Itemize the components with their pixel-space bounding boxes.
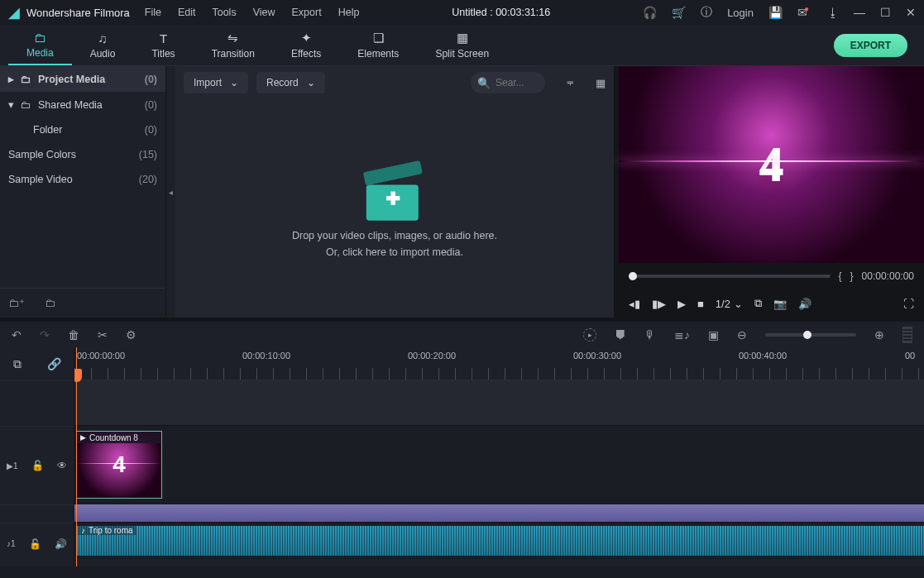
- timeline: ⧉ 🔗 ▶1 🔓 👁 ♪1 🔓 🔊 00:00:00:00 00:00:10:0…: [0, 347, 924, 566]
- window-minimize-icon[interactable]: —: [854, 6, 865, 19]
- info-icon[interactable]: ⓘ: [701, 5, 712, 20]
- new-folder-icon[interactable]: 🗀⁺: [8, 297, 25, 309]
- tab-transition[interactable]: ⇋Transition: [194, 25, 273, 65]
- crop-icon[interactable]: ▣: [708, 328, 719, 342]
- svg-rect-1: [363, 160, 423, 185]
- marker-icon[interactable]: ⛊: [615, 328, 626, 342]
- play-pause-button[interactable]: ▮▶: [652, 298, 666, 310]
- audio-track-header[interactable]: ♪1 🔓 🔊: [0, 523, 74, 564]
- audio-clip[interactable]: ♪Trip to roma: [76, 526, 924, 556]
- ruler-tick: 00:00:30:00: [573, 351, 621, 361]
- filter-icon[interactable]: ⫧: [565, 77, 576, 89]
- tab-audio[interactable]: ♫Audio: [72, 25, 134, 65]
- menu-export[interactable]: Export: [292, 7, 322, 18]
- record-dropdown[interactable]: Record⌄: [256, 72, 325, 93]
- sidebar-shared-media[interactable]: ▾🗀Shared Media (0): [0, 92, 165, 117]
- tab-titles-label: Titles: [151, 48, 175, 60]
- save-icon[interactable]: 💾: [768, 6, 783, 19]
- fullscreen-icon[interactable]: ⛶: [903, 298, 914, 310]
- mute-icon[interactable]: 🔊: [55, 538, 67, 550]
- window-close-icon[interactable]: ✕: [906, 6, 916, 19]
- menu-view[interactable]: View: [253, 7, 275, 18]
- cart-icon[interactable]: 🛒: [672, 6, 686, 19]
- timeline-audio-track[interactable]: ♪Trip to roma: [74, 523, 924, 559]
- collapse-sidebar-handle[interactable]: ◂: [165, 66, 175, 318]
- sidebar-folder[interactable]: Folder (0): [0, 117, 165, 142]
- tab-media[interactable]: 🗀Media: [8, 25, 72, 65]
- link-icon[interactable]: 🔗: [47, 357, 61, 370]
- playhead[interactable]: [76, 347, 77, 566]
- music-icon: ♪: [81, 526, 85, 535]
- project-name: Untitled: [452, 7, 486, 18]
- download-icon[interactable]: ⭳: [827, 6, 839, 19]
- snapshot-icon[interactable]: 📷: [773, 298, 787, 310]
- zoom-fit-icon[interactable]: [902, 327, 912, 343]
- message-icon[interactable]: ✉●: [797, 6, 812, 19]
- track-manager-icon[interactable]: ⧉: [13, 357, 22, 371]
- display-settings-icon[interactable]: ⧉: [754, 297, 762, 310]
- media-drop-zone[interactable]: Drop your video clips, images, or audio …: [175, 99, 614, 318]
- menu-tools[interactable]: Tools: [212, 7, 236, 18]
- menu-file[interactable]: File: [145, 7, 161, 18]
- sidebar-item-label: Project Media: [38, 74, 105, 85]
- render-preview-icon[interactable]: ▸: [583, 328, 596, 342]
- redo-icon[interactable]: ↷: [40, 328, 50, 342]
- lock-icon[interactable]: 🔓: [31, 460, 44, 471]
- clip-thumb-glyph: 4: [113, 451, 126, 478]
- import-dropdown[interactable]: Import⌄: [184, 72, 248, 93]
- timeline-video-track[interactable]: ▶Countdown 8 4: [74, 426, 924, 504]
- mark-in-icon[interactable]: {: [839, 270, 842, 282]
- media-sidebar: ▸🗀Project Media (0) ▾🗀Shared Media (0) F…: [0, 66, 165, 318]
- preview-scrubber[interactable]: [629, 275, 831, 278]
- tab-audio-label: Audio: [90, 48, 116, 60]
- mark-out-icon[interactable]: }: [850, 270, 854, 282]
- export-button[interactable]: EXPORT: [834, 34, 907, 57]
- drop-hint-2: Or, click here to import media.: [326, 246, 463, 258]
- timeline-transition-track[interactable]: [74, 504, 924, 523]
- play-button[interactable]: ▶: [677, 298, 686, 310]
- settings-icon[interactable]: ⚙: [126, 328, 136, 342]
- timeline-ruler[interactable]: 00:00:00:00 00:00:10:00 00:00:20:00 00:0…: [74, 347, 924, 380]
- sidebar-item-count: (15): [139, 149, 157, 160]
- tab-elements-label: Elements: [357, 48, 399, 60]
- support-icon[interactable]: 🎧: [643, 6, 657, 19]
- zoom-slider[interactable]: [765, 333, 856, 337]
- menu-edit[interactable]: Edit: [178, 7, 196, 18]
- stop-button[interactable]: ■: [697, 298, 704, 310]
- tab-elements[interactable]: ❏Elements: [339, 25, 417, 65]
- grid-view-icon[interactable]: ▦: [596, 77, 606, 89]
- tab-splitscreen[interactable]: ▦Split Screen: [417, 25, 507, 65]
- media-search[interactable]: 🔍: [471, 72, 545, 93]
- sidebar-sample-colors[interactable]: Sample Colors (15): [0, 142, 165, 167]
- voiceover-icon[interactable]: 🎙: [644, 328, 656, 342]
- sidebar-sample-video[interactable]: Sample Video (20): [0, 167, 165, 192]
- login-link[interactable]: Login: [727, 7, 754, 19]
- delete-icon[interactable]: 🗑: [68, 328, 79, 342]
- zoom-in-icon[interactable]: ⊕: [874, 328, 884, 342]
- video-track-header[interactable]: ▶1 🔓 👁: [0, 426, 74, 504]
- playback-speed[interactable]: 1/2 ⌄: [716, 298, 743, 310]
- app-logo: ◢ Wondershare Filmora: [8, 3, 130, 21]
- lock-icon[interactable]: 🔓: [29, 538, 41, 550]
- folder-icon: 🗀: [34, 31, 46, 45]
- delete-folder-icon[interactable]: 🗀: [45, 297, 55, 309]
- prev-frame-button[interactable]: ◂▮: [629, 298, 640, 310]
- timeline-track-empty[interactable]: [74, 380, 924, 426]
- project-title: Untitled : 00:03:31:16: [374, 7, 628, 18]
- search-input[interactable]: [496, 77, 537, 88]
- window-maximize-icon[interactable]: ☐: [880, 6, 891, 19]
- cut-icon[interactable]: ✂: [98, 328, 108, 342]
- menu-help[interactable]: Help: [338, 7, 360, 18]
- video-clip[interactable]: ▶Countdown 8 4: [76, 431, 162, 499]
- tab-titles[interactable]: TTitles: [133, 25, 193, 65]
- zoom-out-icon[interactable]: ⊖: [737, 328, 747, 342]
- sidebar-project-media[interactable]: ▸🗀Project Media (0): [0, 66, 165, 92]
- tab-effects[interactable]: ✦Effects: [273, 25, 339, 65]
- visibility-icon[interactable]: 👁: [57, 460, 67, 471]
- svg-rect-3: [391, 192, 395, 205]
- timeline-toolbar: ↶ ↷ 🗑 ✂ ⚙ ▸ ⛊ 🎙 ≣♪ ▣ ⊖ ⊕: [0, 318, 924, 347]
- audio-mixer-icon[interactable]: ≣♪: [674, 328, 690, 342]
- volume-icon[interactable]: 🔊: [798, 298, 811, 310]
- tab-effects-label: Effects: [291, 48, 321, 60]
- undo-icon[interactable]: ↶: [12, 328, 22, 342]
